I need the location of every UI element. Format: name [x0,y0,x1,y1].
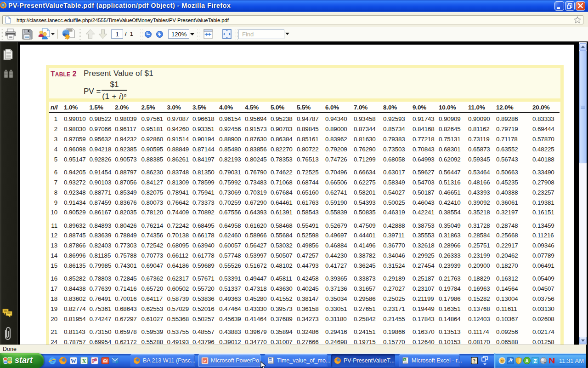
svg-text:A: A [525,358,528,363]
svg-text:P: P [204,359,206,363]
svg-text:W: W [269,358,271,361]
svg-text:P: P [92,358,95,364]
svg-text:W: W [71,358,76,364]
svg-text:X: X [82,358,86,364]
svg-text:?: ? [473,358,476,363]
svg-text:X: X [404,358,406,361]
svg-text:Z: Z [534,358,537,364]
